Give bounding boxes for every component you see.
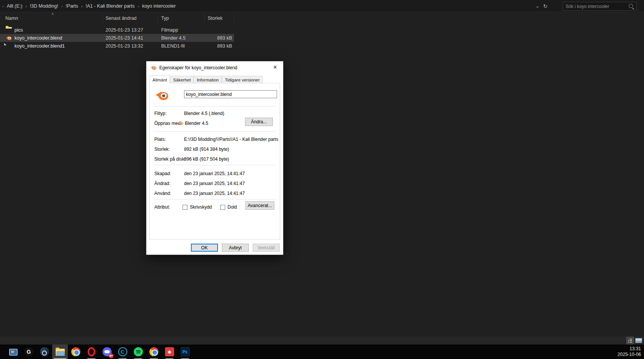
chrome-icon	[71, 347, 80, 356]
refresh-icon[interactable]: ↻	[543, 3, 548, 9]
desktop-screen: › Allt (E:) › !3D Modding! › !Parts › !A…	[0, 0, 644, 359]
tab-information[interactable]: Information	[194, 76, 222, 83]
breadcrumb-item-drive[interactable]: Allt (E:)	[5, 3, 25, 9]
location-label: Plats:	[154, 137, 166, 142]
photoshop-icon: Ps	[181, 347, 190, 356]
search-icon[interactable]	[628, 3, 635, 10]
file-icon	[6, 43, 12, 49]
filetype-value: Blender 4.5 (.blend)	[184, 111, 278, 116]
size-on-disk-label: Storlek på disk:	[154, 156, 186, 162]
column-header-modified[interactable]: Senast ändrad	[106, 16, 136, 21]
file-type: Filmapp	[161, 27, 178, 33]
taskbar-clock[interactable]: 13:31 2025-10-06	[618, 346, 641, 357]
file-type: BLEND1-fil	[161, 43, 185, 49]
blender-icon	[155, 89, 169, 102]
hidden-checkbox[interactable]	[220, 205, 225, 210]
file-explorer-icon	[56, 349, 65, 356]
tray-list-icon[interactable]	[626, 337, 634, 344]
taskbar-item-spotify[interactable]	[130, 345, 146, 359]
explorer-address-bar: › Allt (E:) › !3D Modding! › !Parts › !A…	[0, 0, 644, 12]
file-name: koyo_intercooler.blend1	[14, 43, 65, 49]
close-icon[interactable]: ✕	[267, 61, 283, 73]
logitech-g-icon: G	[24, 347, 34, 356]
tray-strip	[0, 337, 644, 345]
taskbar-item-discord[interactable]: 9+	[99, 345, 115, 359]
chevron-right-icon: ›	[25, 4, 28, 8]
properties-dialog: Egenskaper för koyo_intercooler.blend ✕ …	[146, 61, 284, 255]
search-box[interactable]	[563, 2, 637, 11]
chevron-right-icon: ›	[61, 4, 64, 8]
tab-previous-versions[interactable]: Tidigare versioner	[222, 76, 263, 83]
monitor-icon	[9, 349, 18, 356]
taskbar: G 9+ C	[0, 345, 644, 359]
file-size: 893 kB	[191, 35, 232, 41]
sort-ascending-icon: ∧	[51, 12, 54, 16]
column-header-size[interactable]: Storlek	[208, 16, 223, 21]
accessed-label: Använd:	[154, 191, 171, 196]
change-app-button[interactable]: Ändra...	[245, 118, 273, 126]
column-divider[interactable]	[234, 13, 234, 23]
cancel-button[interactable]: Avbryt	[222, 244, 249, 252]
column-divider[interactable]	[204, 13, 205, 23]
divider	[154, 106, 276, 107]
taskbar-item-chrome[interactable]	[68, 345, 83, 359]
chevron-right-icon: ›	[80, 4, 83, 8]
created-label: Skapad:	[154, 171, 171, 176]
wallpaper-thumbnail-icon[interactable]	[635, 338, 642, 343]
taskbar-item-monitor[interactable]	[5, 345, 21, 359]
tab-security[interactable]: Säkerhet	[170, 76, 194, 83]
filename-field[interactable]	[184, 90, 277, 98]
chevron-right-icon: ›	[137, 4, 140, 8]
ok-button[interactable]: OK	[191, 244, 218, 252]
tab-general[interactable]: Allmänt	[149, 75, 170, 83]
taskbar-item-amd-adrenalin[interactable]: ◆	[162, 345, 177, 359]
column-divider[interactable]	[157, 13, 158, 23]
taskbar-item-file-explorer[interactable]	[52, 345, 68, 359]
table-row-blend-selected[interactable]: koyo_intercooler.blend 2025-01-23 14:41 …	[0, 34, 644, 42]
attributes-label: Attribut:	[154, 204, 170, 210]
discord-badge: 9+	[109, 353, 114, 358]
accessed-value: den 23 januari 2025, 14:41:47	[184, 191, 278, 196]
file-list: pics 2025-01-23 13:27 Filmapp koyo_inter…	[0, 26, 644, 50]
taskbar-item-steam[interactable]	[37, 345, 52, 359]
modified-value: den 23 januari 2025, 14:41:47	[184, 181, 278, 186]
file-name: koyo_intercooler.blend	[14, 35, 62, 41]
advanced-button[interactable]: Avancerat...	[245, 201, 274, 210]
blender-icon	[151, 65, 157, 71]
dialog-title: Egenskaper för koyo_intercooler.blend	[159, 65, 237, 70]
folder-icon	[6, 27, 12, 33]
taskbar-item-logitech[interactable]: G	[21, 345, 37, 359]
breadcrumb-item-3[interactable]: !A1 - Kali Blender parts	[83, 3, 137, 9]
column-header-type[interactable]: Typ	[161, 16, 169, 21]
table-row-blend1[interactable]: koyo_intercooler.blend1 2025-01-23 13:32…	[0, 42, 644, 50]
hidden-checkbox-label: Dold	[227, 204, 237, 210]
search-input[interactable]	[563, 4, 628, 9]
column-header-name[interactable]: Namn	[5, 16, 18, 21]
amd-adrenalin-icon: ◆	[165, 347, 174, 356]
size-value: 892 kB (914 384 byte)	[184, 147, 278, 152]
opera-icon	[88, 347, 95, 356]
crunchyroll-icon: C	[118, 347, 127, 356]
blender-icon	[177, 120, 183, 126]
steam-icon	[40, 347, 49, 356]
column-divider[interactable]	[103, 13, 103, 23]
address-dropdown-icon[interactable]: ⌄	[535, 3, 539, 9]
breadcrumb-item-current[interactable]: koyo intercooler	[140, 3, 178, 9]
file-size: 893 kB	[191, 43, 232, 49]
table-row-pics[interactable]: pics 2025-01-23 13:27 Filmapp	[0, 26, 644, 34]
clock-date: 2025-10-06	[618, 352, 641, 357]
taskbar-item-crunchyroll[interactable]: C	[115, 345, 130, 359]
dialog-tabs: Allmänt Säkerhet Information Tidigare ve…	[149, 75, 263, 83]
taskbar-item-photoshop[interactable]: Ps	[177, 345, 193, 359]
divider	[154, 199, 276, 199]
location-value: E:\!3D Modding!\!Parts\!A1 - Kali Blende…	[184, 137, 278, 142]
taskbar-item-chrome-2[interactable]	[146, 345, 162, 359]
breadcrumb-item-1[interactable]: !3D Modding!	[27, 3, 60, 9]
breadcrumb-item-2[interactable]: !Parts	[63, 3, 80, 9]
spotify-icon	[134, 347, 143, 356]
divider	[154, 165, 276, 165]
taskbar-item-opera[interactable]	[83, 345, 99, 359]
readonly-checkbox[interactable]	[183, 205, 187, 210]
dialog-title-bar[interactable]: Egenskaper för koyo_intercooler.blend ✕	[146, 61, 283, 74]
chevron-right-icon: ›	[2, 4, 5, 8]
